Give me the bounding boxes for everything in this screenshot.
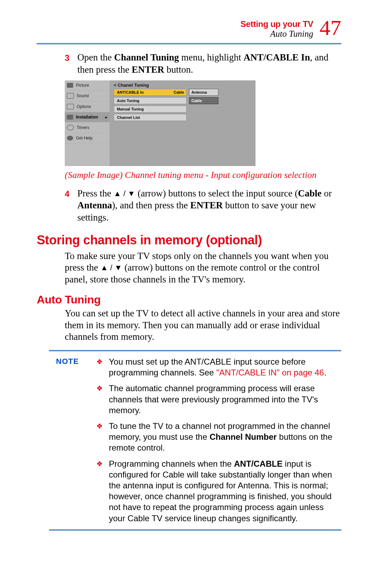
sidebar-item-sound: Sound: [65, 91, 110, 101]
menu-row-antcable: ANT/CABLE In Cable: [114, 89, 187, 96]
label: Picture: [76, 83, 89, 88]
note-text: To tune the TV to a channel not programm…: [109, 421, 340, 453]
sample-tv-menu: Picture Sound Options Installation Timer…: [65, 80, 255, 166]
text: Open the: [77, 52, 114, 63]
value: Cable: [172, 89, 187, 96]
note-text: You must set up the ANT/CABLE input sour…: [109, 356, 340, 378]
header-text: Setting up your TV Auto Tuning: [240, 19, 313, 39]
option-antenna: Antenna: [189, 89, 218, 96]
note-list: ❖ You must set up the ANT/CABLE input so…: [96, 356, 341, 524]
label: Sound: [77, 93, 89, 98]
note-item: ❖ Programming channels when the ANT/CABL…: [96, 458, 340, 524]
menu-rows: ANT/CABLE In Cable Auto Tuning Manual Tu…: [114, 89, 252, 122]
note-text: The automatic channel programming proces…: [109, 383, 340, 416]
label: Channel List: [117, 114, 140, 121]
section-title: Auto Tuning: [240, 29, 313, 39]
note-item: ❖ The automatic channel programming proc…: [96, 383, 340, 416]
paragraph: To make sure your TV stops only on the c…: [65, 250, 341, 286]
label: Manual Tuning: [117, 106, 144, 112]
menu-row-channel-list: Channel List: [114, 114, 187, 121]
paragraph: You can set up the TV to detect all acti…: [65, 308, 341, 343]
label: Options: [77, 104, 91, 109]
heading-storing-channels: Storing channels in memory (optional): [37, 233, 341, 248]
options-icon: [67, 104, 74, 109]
text: ), and then press the: [112, 200, 190, 210]
step-3: 3 Open the Channel Tuning menu, highligh…: [65, 51, 341, 76]
clock-icon: [67, 125, 74, 130]
note-label: NOTE: [49, 356, 96, 524]
step-body: Open the Channel Tuning menu, highlight …: [77, 51, 341, 76]
diamond-bullet-icon: ❖: [96, 383, 104, 416]
bold-text: Channel Tuning: [114, 52, 179, 63]
text: .: [324, 368, 327, 377]
label: ANT/CABLE In: [117, 89, 144, 95]
menu-row-auto-tuning: Auto Tuning: [114, 97, 187, 104]
note-item: ❖ You must set up the ANT/CABLE input so…: [96, 356, 340, 378]
bold-text: Antenna: [77, 200, 112, 210]
help-icon: [67, 136, 73, 141]
speaker-icon: [67, 93, 74, 99]
header-divider: [37, 43, 341, 44]
arrow-icons: ▲ / ▼: [100, 263, 122, 272]
text: or: [322, 188, 332, 199]
arrow-icons: ▲ / ▼: [114, 189, 135, 198]
menu-row-manual-tuning: Manual Tuning: [114, 106, 187, 113]
heading-auto-tuning: Auto Tuning: [37, 293, 341, 306]
bold-text: ANT/CABLE: [234, 459, 283, 468]
sidebar-item-installation: Installation: [65, 112, 110, 122]
diamond-bullet-icon: ❖: [96, 458, 104, 524]
step-4: 4 Press the ▲ / ▼ (arrow) buttons to sel…: [65, 187, 341, 224]
bold-text: Channel Number: [210, 432, 277, 442]
bold-text: ANT/CABLE In: [244, 52, 310, 63]
image-caption: (Sample Image) Channel tuning menu - Inp…: [65, 170, 317, 181]
page-header: Setting up your TV Auto Tuning 47: [37, 19, 341, 42]
step-number: 4: [65, 187, 77, 224]
label: Auto Tuning: [117, 98, 139, 104]
text: Press the: [77, 188, 114, 199]
bold-text: Cable: [298, 188, 322, 199]
menu-options: Antenna Cable: [189, 89, 218, 106]
diamond-bullet-icon: ❖: [96, 356, 104, 378]
page-number: 47: [320, 18, 341, 38]
text: Programming channels when the: [109, 459, 234, 468]
sidebar-item-gethelp: Get Help: [65, 133, 110, 143]
bold-text: ENTER: [190, 200, 223, 210]
page: Setting up your TV Auto Tuning 47 3 Open…: [0, 0, 378, 559]
panel-title: < Chanel Tuning: [114, 83, 149, 88]
diamond-bullet-icon: ❖: [96, 421, 104, 453]
note-block: NOTE ❖ You must set up the ANT/CABLE inp…: [49, 350, 341, 531]
menu-sidebar: Picture Sound Options Installation Timer…: [65, 80, 110, 166]
sidebar-item-options: Options: [65, 101, 110, 112]
chapter-title: Setting up your TV: [240, 19, 313, 29]
text: button.: [164, 64, 193, 75]
cross-reference-link[interactable]: "ANT/CABLE IN" on page 46: [216, 368, 324, 377]
step-number: 3: [65, 51, 77, 76]
text: input is configured for Cable will take …: [109, 459, 332, 523]
note-text: Programming channels when the ANT/CABLE …: [109, 458, 340, 524]
label: Get Help: [76, 136, 92, 141]
step-body: Press the ▲ / ▼ (arrow) buttons to selec…: [77, 187, 341, 224]
install-icon: [67, 115, 73, 120]
label: Timers: [77, 125, 89, 130]
bold-text: ENTER: [132, 64, 164, 75]
tv-icon: [67, 83, 73, 88]
text: (arrow) buttons to select the input sour…: [135, 188, 298, 199]
label: Installation: [76, 115, 98, 120]
option-cable: Cable: [189, 97, 218, 104]
sidebar-item-picture: Picture: [65, 80, 110, 91]
note-item: ❖ To tune the TV to a channel not progra…: [96, 421, 340, 453]
text: menu, highlight: [179, 52, 244, 63]
sidebar-item-timers: Timers: [65, 122, 110, 133]
